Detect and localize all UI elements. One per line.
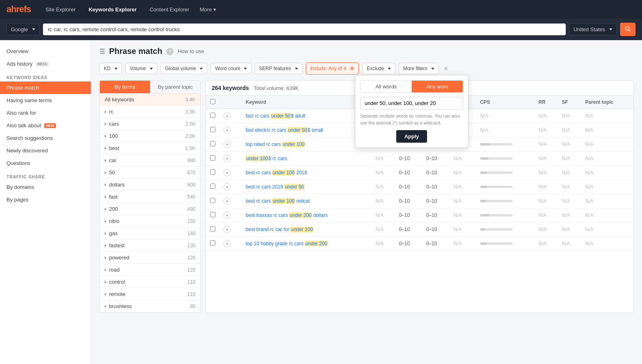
- country-label: United States: [573, 26, 605, 32]
- hamburger-icon[interactable]: ☰: [99, 47, 105, 55]
- keyword-link[interactable]: best rc cars under 100 2018: [246, 170, 307, 176]
- sidebar-item-search-suggestions[interactable]: Search suggestions: [0, 132, 91, 144]
- terms-item-fast[interactable]: fast 540: [100, 191, 200, 203]
- popup-apply-button[interactable]: Apply: [396, 130, 427, 143]
- terms-item-200[interactable]: 200 490: [100, 203, 200, 215]
- add-keyword-button[interactable]: +: [223, 112, 231, 120]
- terms-item-100[interactable]: 100 2.0K: [100, 130, 200, 142]
- col-sf[interactable]: SF: [558, 96, 581, 109]
- expand-icon: [105, 293, 107, 296]
- add-keyword-button[interactable]: +: [223, 212, 231, 219]
- sidebar-item-same-terms[interactable]: Having same terms: [0, 94, 91, 107]
- terms-item-dollars[interactable]: dollars 600: [100, 179, 200, 191]
- row-checkbox[interactable]: [210, 113, 215, 118]
- tp-value: 0–10: [422, 180, 449, 194]
- keyword-link[interactable]: fast electric rc cars under 50$ small: [246, 127, 323, 133]
- row-checkbox[interactable]: [210, 226, 215, 231]
- row-checkbox[interactable]: [210, 212, 215, 217]
- sidebar-item-questions[interactable]: Questions: [0, 157, 91, 169]
- col-rr[interactable]: RR: [535, 96, 558, 109]
- add-keyword-button[interactable]: +: [223, 226, 231, 233]
- popup-tab-all-words[interactable]: All words: [361, 81, 412, 92]
- row-checkbox[interactable]: [210, 155, 215, 161]
- terms-item-gas[interactable]: gas 140: [100, 227, 200, 240]
- nav-site-explorer[interactable]: Site Explorer: [43, 5, 78, 14]
- rr-value: N/A: [535, 223, 558, 237]
- sidebar-item-phrase-match[interactable]: Phrase match: [0, 81, 91, 94]
- keyword-link[interactable]: top 10 hobby grade rc cars under 200: [246, 241, 328, 246]
- row-checkbox[interactable]: [210, 169, 215, 175]
- tab-by-parent-topic[interactable]: By parent topic: [150, 81, 200, 93]
- add-keyword-button[interactable]: +: [223, 126, 231, 134]
- row-checkbox[interactable]: [210, 240, 215, 246]
- terms-item-car[interactable]: car 880: [100, 154, 200, 167]
- search-input[interactable]: [43, 24, 566, 35]
- sidebar-item-ads-history[interactable]: Ads history BETA: [0, 58, 91, 70]
- keyword-link[interactable]: best brand rc car for under 100: [246, 227, 313, 232]
- popup-tab-any-word[interactable]: Any word: [412, 81, 463, 92]
- how-to-link[interactable]: How to use: [178, 48, 204, 54]
- sidebar-item-also-rank[interactable]: Also rank for: [0, 107, 91, 119]
- add-keyword-button[interactable]: +: [223, 169, 231, 176]
- help-icon[interactable]: ?: [166, 48, 174, 55]
- sidebar-item-overview[interactable]: Overview: [0, 45, 91, 58]
- add-keyword-button[interactable]: +: [223, 155, 231, 162]
- add-keyword-button[interactable]: +: [223, 197, 231, 205]
- terms-item-powered[interactable]: powered 120: [100, 252, 200, 264]
- word-count-filter[interactable]: Word count: [210, 63, 251, 74]
- terms-item-50[interactable]: 50 870: [100, 167, 200, 179]
- keyword-link[interactable]: fast rc cars under 50$ adult: [246, 113, 305, 119]
- row-checkbox[interactable]: [210, 198, 215, 203]
- row-checkbox[interactable]: [210, 141, 215, 146]
- terms-item-best[interactable]: best 1.5K: [100, 142, 200, 154]
- add-keyword-button[interactable]: +: [223, 240, 231, 247]
- keyword-link[interactable]: best rc cars under 100 redcat: [246, 198, 310, 204]
- col-parent-topic[interactable]: Parent topic: [581, 96, 633, 109]
- search-button[interactable]: [620, 23, 636, 36]
- engine-select[interactable]: Google: [6, 24, 40, 35]
- sidebar-item-newly-discovered[interactable]: Newly discovered: [0, 144, 91, 157]
- keyword-link[interactable]: under 100$ rc cars: [246, 156, 287, 161]
- progress-bar: [480, 200, 486, 202]
- col-cps[interactable]: CPS: [476, 96, 535, 109]
- overview-label: Overview: [6, 48, 28, 54]
- tab-by-terms[interactable]: By terms: [100, 81, 150, 93]
- exclude-filter[interactable]: Exclude: [362, 63, 395, 74]
- nav-more[interactable]: More ▾: [200, 6, 216, 13]
- nav-content-explorer[interactable]: Content Explorer: [147, 5, 192, 14]
- sidebar-item-by-domains[interactable]: By domains: [0, 181, 91, 193]
- serp-filter[interactable]: SERP features: [255, 63, 303, 74]
- more-filters[interactable]: More filters: [399, 63, 438, 74]
- terms-item-remote[interactable]: remote 110: [100, 288, 200, 300]
- global-volume-filter[interactable]: Global volume: [161, 63, 208, 74]
- select-all-checkbox[interactable]: [210, 99, 215, 104]
- add-keyword-button[interactable]: +: [223, 183, 231, 191]
- col-keyword[interactable]: Keyword: [242, 96, 371, 109]
- country-select[interactable]: United States: [569, 24, 617, 35]
- keyword-link[interactable]: best traxxas rc cars under 200 dollars: [246, 212, 328, 218]
- include-filter[interactable]: Include: Any of 4 ✕: [306, 62, 359, 75]
- terms-item-fastest[interactable]: fastest 130: [100, 240, 200, 252]
- sidebar-item-by-pages[interactable]: By pages: [0, 193, 91, 206]
- terms-item-rc[interactable]: rc 3.3K: [100, 106, 200, 118]
- row-checkbox[interactable]: [210, 127, 215, 132]
- terms-item-road[interactable]: road 120: [100, 264, 200, 276]
- keyword-link[interactable]: best rc cars 2019 under 50: [246, 184, 305, 190]
- volume-filter[interactable]: Volume: [125, 63, 157, 74]
- terms-item-all[interactable]: All keywords 3.4K: [100, 94, 200, 106]
- parent-topic-value: N/A: [581, 194, 633, 208]
- also-rank-label: Also rank for: [6, 110, 36, 116]
- row-checkbox[interactable]: [210, 184, 215, 189]
- popup-input[interactable]: [360, 97, 463, 109]
- nav-keywords-explorer[interactable]: Keywords Explorer: [86, 5, 139, 14]
- include-filter-close-icon[interactable]: ✕: [350, 65, 354, 72]
- sidebar-item-also-talk[interactable]: Also talk about NEW: [0, 119, 91, 132]
- terms-item-cars[interactable]: cars 2.5K: [100, 118, 200, 130]
- terms-item-nitro[interactable]: nitro 150: [100, 215, 200, 227]
- clear-filters-button[interactable]: ✕: [442, 65, 450, 72]
- terms-item-control[interactable]: control 110: [100, 276, 200, 288]
- add-keyword-button[interactable]: +: [223, 141, 231, 148]
- keyword-link[interactable]: top rated rc cars under 100: [246, 141, 305, 147]
- kd-filter[interactable]: KD: [99, 63, 122, 74]
- terms-item-brushless[interactable]: brushless 80: [100, 300, 200, 313]
